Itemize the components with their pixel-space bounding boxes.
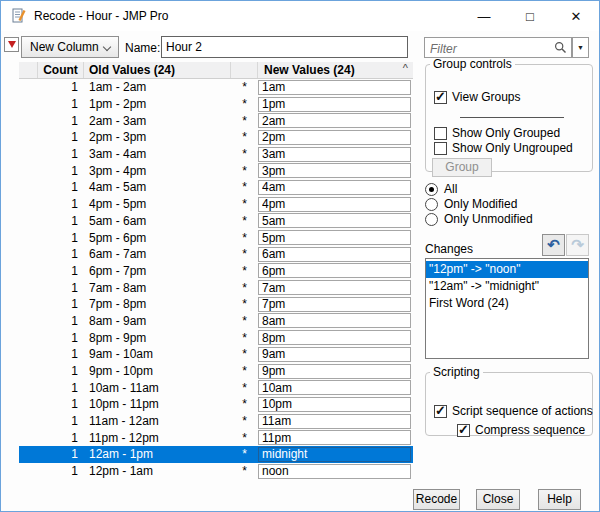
row-new-value-input[interactable] bbox=[258, 330, 411, 345]
table-row[interactable]: 1 9pm - 10pm * bbox=[19, 363, 413, 380]
table-row[interactable]: 1 7pm - 8pm * bbox=[19, 296, 413, 313]
show-only-grouped-checkbox[interactable]: ✓ Show Only Grouped bbox=[434, 126, 560, 140]
row-star: * bbox=[231, 97, 258, 111]
table-row[interactable]: 1 11am - 12am * bbox=[19, 413, 413, 430]
table-row[interactable]: 1 6pm - 7pm * bbox=[19, 263, 413, 280]
row-new-value-input[interactable] bbox=[258, 313, 411, 328]
row-new-value-input[interactable] bbox=[258, 263, 411, 278]
checkbox-label: Compress sequence bbox=[475, 423, 585, 437]
row-star: * bbox=[231, 331, 258, 345]
recode-button[interactable]: Recode bbox=[413, 489, 460, 510]
table-row[interactable]: 1 10pm - 11pm * bbox=[19, 396, 413, 413]
table-row[interactable]: 1 2am - 3am * bbox=[19, 112, 413, 129]
row-count: 1 bbox=[38, 114, 84, 128]
show-only-ungrouped-checkbox[interactable]: ✓ Show Only Ungrouped bbox=[434, 141, 573, 155]
row-new-value-input[interactable] bbox=[258, 447, 411, 462]
row-new-value-input[interactable] bbox=[258, 97, 411, 112]
red-triangle-menu-button[interactable] bbox=[4, 37, 19, 52]
table-row[interactable]: 1 5pm - 6pm * bbox=[19, 229, 413, 246]
view-filter-radio[interactable]: Only Unmodified bbox=[425, 212, 533, 226]
row-old-value: 8pm - 9pm bbox=[84, 331, 231, 345]
table-row[interactable]: 1 3pm - 4pm * bbox=[19, 162, 413, 179]
radio-label: All bbox=[444, 182, 457, 196]
table-row[interactable]: 1 7am - 8am * bbox=[19, 279, 413, 296]
row-count: 1 bbox=[38, 130, 84, 144]
group-separator-line bbox=[460, 117, 564, 118]
row-new-value-input[interactable] bbox=[258, 464, 411, 479]
table-row[interactable]: 1 11pm - 12pm * bbox=[19, 429, 413, 446]
row-new-value-input[interactable] bbox=[258, 397, 411, 412]
row-new-value-input[interactable] bbox=[258, 163, 411, 178]
row-new-value-input[interactable] bbox=[258, 130, 411, 145]
row-new-value-input[interactable] bbox=[258, 430, 411, 445]
sort-ascending-icon: ^ bbox=[403, 62, 408, 74]
checkbox-box: ✓ bbox=[434, 142, 447, 155]
recode-table: Count Old Values (24) New Values (24) ^ … bbox=[19, 62, 413, 480]
table-row[interactable]: 1 8pm - 9pm * bbox=[19, 329, 413, 346]
row-new-cell bbox=[258, 247, 413, 262]
compress-sequence-checkbox[interactable]: ✓ Compress sequence bbox=[457, 423, 585, 437]
row-new-value-input[interactable] bbox=[258, 364, 411, 379]
table-row[interactable]: 1 1pm - 2pm * bbox=[19, 96, 413, 113]
header-new-values[interactable]: New Values (24) ^ bbox=[258, 62, 413, 78]
close-dialog-button[interactable]: Close bbox=[476, 489, 520, 510]
row-new-value-input[interactable] bbox=[258, 347, 411, 362]
column-action-select[interactable]: New Column bbox=[21, 36, 119, 58]
view-groups-checkbox[interactable]: ✓ View Groups bbox=[434, 90, 520, 104]
row-new-value-input[interactable] bbox=[258, 280, 411, 295]
row-new-value-input[interactable] bbox=[258, 230, 411, 245]
row-new-value-input[interactable] bbox=[258, 80, 411, 95]
view-filter-radio[interactable]: Only Modified bbox=[425, 197, 533, 211]
row-new-value-input[interactable] bbox=[258, 180, 411, 195]
change-list-item[interactable]: "12pm" -> "noon" bbox=[426, 261, 588, 278]
maximize-icon: □ bbox=[526, 9, 534, 24]
row-count: 1 bbox=[38, 80, 84, 94]
row-new-value-input[interactable] bbox=[258, 213, 411, 228]
view-filter-radio[interactable]: All bbox=[425, 182, 533, 196]
name-input[interactable] bbox=[161, 36, 408, 58]
help-button[interactable]: Help bbox=[538, 489, 581, 510]
minimize-button[interactable]: — bbox=[461, 1, 507, 31]
group-button[interactable]: Group bbox=[432, 158, 492, 177]
row-new-value-input[interactable] bbox=[258, 247, 411, 262]
row-new-value-input[interactable] bbox=[258, 414, 411, 429]
row-new-cell bbox=[258, 297, 413, 312]
table-row[interactable]: 1 10am - 11am * bbox=[19, 379, 413, 396]
header-old-values[interactable]: Old Values (24) bbox=[84, 62, 231, 78]
undo-button[interactable]: ↶ bbox=[542, 234, 565, 256]
row-count: 1 bbox=[38, 464, 84, 478]
table-row[interactable]: 1 6am - 7am * bbox=[19, 246, 413, 263]
change-list-item[interactable]: First Word (24) bbox=[426, 295, 588, 312]
maximize-button[interactable]: □ bbox=[507, 1, 553, 31]
close-button[interactable]: ✕ bbox=[553, 1, 599, 31]
radio-label: Only Unmodified bbox=[444, 212, 533, 226]
table-row[interactable]: 1 4am - 5am * bbox=[19, 179, 413, 196]
row-count: 1 bbox=[38, 164, 84, 178]
table-row[interactable]: 1 2pm - 3pm * bbox=[19, 129, 413, 146]
table-row[interactable]: 1 4pm - 5pm * bbox=[19, 196, 413, 213]
redo-button[interactable]: ↷ bbox=[566, 234, 589, 256]
row-star: * bbox=[231, 180, 258, 194]
row-new-value-input[interactable] bbox=[258, 297, 411, 312]
row-new-value-input[interactable] bbox=[258, 147, 411, 162]
table-row[interactable]: 1 3am - 4am * bbox=[19, 146, 413, 163]
table-row[interactable]: 1 12am - 1pm * bbox=[19, 446, 413, 463]
script-sequence-checkbox[interactable]: ✓ Script sequence of actions bbox=[434, 404, 593, 418]
header-count[interactable]: Count bbox=[38, 62, 84, 78]
row-new-value-input[interactable] bbox=[258, 380, 411, 395]
table-row[interactable]: 1 5am - 6am * bbox=[19, 213, 413, 230]
row-new-value-input[interactable] bbox=[258, 197, 411, 212]
row-new-value-input[interactable] bbox=[258, 113, 411, 128]
filter-input[interactable] bbox=[425, 39, 550, 58]
change-list-item[interactable]: "12am" -> "midnight" bbox=[426, 278, 588, 295]
column-action-value: New Column bbox=[30, 40, 99, 54]
minimize-icon: — bbox=[478, 9, 491, 24]
row-new-cell bbox=[258, 464, 413, 479]
table-row[interactable]: 1 1am - 2am * bbox=[19, 79, 413, 96]
table-row[interactable]: 1 9am - 10am * bbox=[19, 346, 413, 363]
table-row[interactable]: 1 12pm - 1am * bbox=[19, 463, 413, 480]
filter-dropdown-button[interactable]: ▼ bbox=[572, 37, 589, 58]
table-row[interactable]: 1 8am - 9am * bbox=[19, 313, 413, 330]
radio-icon bbox=[425, 198, 438, 211]
close-icon: ✕ bbox=[571, 9, 582, 24]
